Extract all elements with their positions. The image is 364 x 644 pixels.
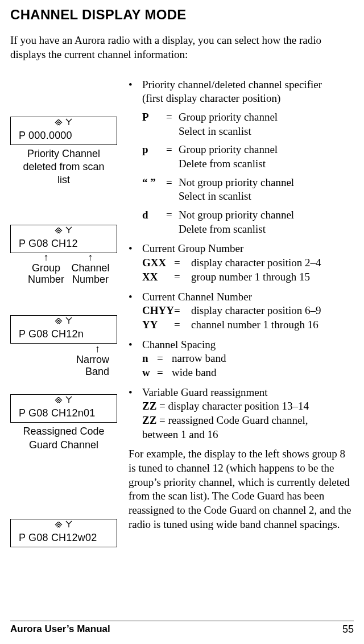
page-number: 55 <box>342 623 354 636</box>
def-blank: “ ” = Not group priority channelSelect i… <box>142 176 354 204</box>
bullet-icon: • <box>129 338 142 380</box>
signal-icon <box>55 316 63 325</box>
example-paragraph: For example, the display to the left sho… <box>129 447 354 531</box>
lcd-display-3: P G08 CH12n <box>10 315 117 344</box>
footer-manual-title: Aurora User’s Manual <box>10 623 110 636</box>
lcd4-label: Reassigned Code Guard Channel <box>10 425 117 452</box>
lcd-block-5: P G08 CH12w02 <box>10 519 119 547</box>
signal-icon <box>55 225 63 235</box>
bullet-group-number: • Current Group Number GXX=display chara… <box>129 242 354 284</box>
lcd-block-1: P 000.0000 Priority Channel deleted from… <box>10 117 119 187</box>
antenna-icon <box>65 519 73 529</box>
right-column: • Priority channel/deleted channel speci… <box>129 78 354 565</box>
lcd-block-4: P G08 CH12n01 Reassigned Code Guard Chan… <box>10 394 119 452</box>
lcd3-text: P G08 CH12n <box>14 325 113 341</box>
page-title: CHANNEL DISPLAY MODE <box>10 6 354 23</box>
lcd5-text: P G08 CH12w02 <box>14 529 113 544</box>
def-P: P = Group priority channelSelect in scan… <box>142 110 354 138</box>
antenna-icon <box>65 225 73 235</box>
lcd2-arrows: ↑ Group Number ↑ Channel Number <box>10 252 117 286</box>
antenna-icon <box>65 117 73 127</box>
bullet-icon: • <box>129 290 142 332</box>
bullet-variable-guard: • Variable Guard reassignment ZZ = displ… <box>129 386 354 442</box>
signal-icon <box>55 395 63 404</box>
antenna-icon <box>65 395 73 404</box>
lcd2-text: P G08 CH12 <box>14 235 113 250</box>
signal-icon <box>55 117 63 127</box>
bullet-icon: • <box>129 78 142 237</box>
lcd-display-4: P G08 CH12n01 <box>10 394 117 423</box>
arrow-up-icon: ↑ <box>68 252 113 262</box>
lcd1-label: Priority Channel deleted from scan list <box>10 147 117 187</box>
intro-paragraph: If you have an Aurora radio with a displ… <box>10 34 354 61</box>
lcd-block-3: P G08 CH12n ↑ Narrow Band <box>10 315 119 377</box>
bullet-channel-number: • Current Channel Number CHYY=display ch… <box>129 290 354 332</box>
bullet-priority: • Priority channel/deleted channel speci… <box>129 78 354 237</box>
def-d: d = Not group priority channelDelete fro… <box>142 208 354 236</box>
lcd-display-1: P 000.0000 <box>10 117 117 145</box>
arrow-up-icon: ↑ <box>24 252 68 262</box>
lcd-display-2: P G08 CH12 <box>10 225 117 253</box>
bullet-icon: • <box>129 386 142 442</box>
lcd1-text: P 000.0000 <box>14 127 113 142</box>
page-footer: Aurora User’s Manual 55 <box>10 621 354 636</box>
left-column: P 000.0000 Priority Channel deleted from… <box>10 78 119 565</box>
lcd-display-5: P G08 CH12w02 <box>10 519 117 547</box>
arrow-up-icon: ↑ <box>10 344 109 354</box>
signal-icon <box>55 519 63 529</box>
lcd-block-2: P G08 CH12 ↑ Group Number ↑ Channel Numb… <box>10 225 119 286</box>
bullet-icon: • <box>129 242 142 284</box>
def-p-lower: p = Group priority channelDelete from sc… <box>142 143 354 171</box>
lcd3-labels: ↑ Narrow Band <box>10 344 117 377</box>
bullet-channel-spacing: • Channel Spacing n=narrow band w=wide b… <box>129 338 354 380</box>
antenna-icon <box>65 316 73 325</box>
lcd4-text: P G08 CH12n01 <box>14 404 113 420</box>
